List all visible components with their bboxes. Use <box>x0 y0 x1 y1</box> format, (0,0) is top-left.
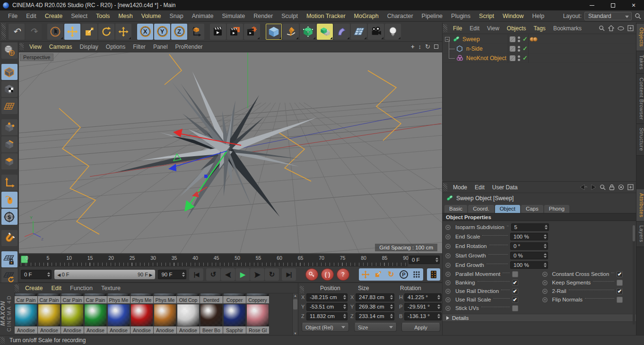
checkbox[interactable]: ✔ <box>512 271 518 277</box>
panel-tab[interactable]: Takes <box>636 51 644 74</box>
material-tile[interactable]: Beer Bo <box>200 304 223 334</box>
details-expander[interactable]: Details <box>443 314 636 322</box>
attribute-tab[interactable]: Phong <box>544 205 569 213</box>
rotation-p-field[interactable]: -29.591 ° <box>404 303 442 311</box>
material-tile[interactable]: Car Pain <box>15 293 37 303</box>
rotate-tool-button[interactable] <box>98 24 114 40</box>
add-panel-icon[interactable] <box>627 184 634 190</box>
dolly-view-icon[interactable]: ↕ <box>418 43 422 50</box>
attribute-value-field[interactable]: 100 % <box>510 233 548 240</box>
checkbox[interactable]: ✔ <box>617 288 623 294</box>
render-picture-viewer-button[interactable] <box>227 24 243 40</box>
viewport-menu-item[interactable]: Options <box>102 44 129 50</box>
coords-mode-dropdown[interactable]: Object (Rel) <box>302 323 349 332</box>
goto-start-button[interactable]: |◀ <box>189 268 203 281</box>
viewport-menu-item[interactable]: Filter <box>129 44 149 50</box>
checkbox[interactable]: ✔ <box>617 280 623 286</box>
preview-range-slider[interactable]: ◀ 0 F 90 F ▶ <box>54 270 155 279</box>
material-grip[interactable] <box>15 284 19 292</box>
keyframe-dot-icon[interactable] <box>445 225 451 230</box>
history-back-icon[interactable] <box>580 184 588 190</box>
coords-grip[interactable] <box>300 286 304 293</box>
viewport-menu-item[interactable]: Display <box>76 44 102 50</box>
menu-item[interactable]: Simulate <box>218 13 250 19</box>
panel-tab[interactable]: Layers <box>636 221 644 247</box>
goto-end-button[interactable]: ▶| <box>282 268 296 281</box>
object-manager-menu-item[interactable]: Bookmarks <box>549 25 585 32</box>
material-tile[interactable]: Sapphir <box>223 304 246 334</box>
viewport-canvas[interactable]: YZ Perspective Grid Spacing : 100 cm <box>19 52 442 253</box>
subdivision-surface-button[interactable] <box>300 24 316 40</box>
menu-item[interactable]: Sculpt <box>277 13 302 19</box>
keyframe-dot-icon[interactable] <box>445 272 451 277</box>
menu-item[interactable]: Script <box>475 13 498 19</box>
attribute-menu-item[interactable]: User Data <box>488 184 522 191</box>
attribute-tab[interactable]: Caps <box>521 205 543 213</box>
undo-button[interactable]: ↶ <box>9 24 25 40</box>
menu-item[interactable]: Animate <box>188 13 218 19</box>
target-icon[interactable] <box>618 184 624 190</box>
keyframe-dot-icon[interactable] <box>445 253 451 258</box>
enable-axis-button[interactable] <box>1 175 17 191</box>
scroll-thumb[interactable] <box>633 225 635 241</box>
keyframe-dot-icon[interactable] <box>445 234 451 239</box>
keyframe-dot-icon[interactable] <box>445 280 451 285</box>
attribute-menu-item[interactable]: Edit <box>471 184 488 191</box>
autokey-button[interactable]: ( ) <box>321 268 334 281</box>
object-row-sweep[interactable]: − Sweep ✓ <box>443 35 636 44</box>
object-manager-grip[interactable] <box>443 24 447 32</box>
attribute-tab[interactable]: Coord. <box>468 205 494 213</box>
texture-mode-button[interactable] <box>1 81 17 97</box>
menu-item[interactable]: Pipeline <box>418 13 447 19</box>
position-z-field[interactable]: 11.832 cm <box>306 312 348 320</box>
apply-button[interactable]: Apply <box>401 323 440 332</box>
light-button[interactable] <box>385 24 401 40</box>
keyframe-dot-icon[interactable] <box>445 244 451 249</box>
enabled-check[interactable]: ✓ <box>522 54 528 62</box>
material-tile[interactable]: Car Pain <box>61 293 84 303</box>
viewport-menu-item[interactable]: Cameras <box>45 44 76 50</box>
material-tile[interactable]: Anodise <box>131 304 153 334</box>
keyframe-dot-icon[interactable] <box>445 306 451 311</box>
visibility-dots[interactable] <box>518 46 520 52</box>
menu-item[interactable]: Select <box>67 13 92 19</box>
layer-square[interactable] <box>510 36 515 42</box>
keyframe-dot-icon[interactable] <box>542 272 548 277</box>
material-tile[interactable]: Phys Me <box>154 293 176 303</box>
move-tool-button[interactable] <box>64 24 80 40</box>
snap-button[interactable] <box>1 230 17 246</box>
material-tile[interactable]: Rose Gl <box>246 304 269 334</box>
minimize-button[interactable] <box>582 0 602 10</box>
redo-button[interactable]: ↷ <box>26 24 42 40</box>
coordinate-system-button[interactable] <box>188 24 204 40</box>
maximize-button[interactable] <box>602 0 623 10</box>
key-scale-toggle[interactable] <box>372 269 384 280</box>
deformers-button[interactable] <box>334 24 350 40</box>
timeline-ruler[interactable]: 051015202530354045505560657075808590 <box>19 254 408 266</box>
viewport-menu-item[interactable]: View <box>26 44 45 50</box>
toggle-view-icon[interactable] <box>434 44 438 49</box>
material-tile[interactable]: Dented <box>200 293 223 303</box>
add-panel-icon[interactable] <box>627 25 634 31</box>
material-tile[interactable]: Anodise <box>61 304 84 334</box>
search-icon[interactable] <box>600 184 606 190</box>
status-grip[interactable] <box>0 337 5 344</box>
object-tags[interactable] <box>530 36 536 43</box>
attribute-tab[interactable]: Basic <box>444 205 467 213</box>
end-frame-field[interactable]: 90 F <box>158 270 186 279</box>
position-y-field[interactable]: -53.51 cm <box>306 303 348 311</box>
attribute-value-field[interactable]: 0 ° <box>510 242 548 250</box>
layer-square[interactable] <box>510 55 515 61</box>
key-rotation-toggle[interactable]: ↻ <box>385 269 397 280</box>
add-cube-button[interactable] <box>266 24 282 40</box>
workplane-lock-button[interactable] <box>1 251 17 267</box>
render-settings-button[interactable] <box>244 24 260 40</box>
object-row-neoknot[interactable]: NeoKnot Object ✓ <box>443 53 636 63</box>
keyframe-dot-icon[interactable] <box>445 263 451 268</box>
menu-item[interactable]: File <box>4 13 22 19</box>
tweak-mode-button[interactable] <box>1 192 17 208</box>
menu-item[interactable]: Plugins <box>447 13 475 19</box>
y-axis-lock-button[interactable]: Y <box>154 24 170 40</box>
play-button[interactable]: ▶ <box>235 268 250 281</box>
enabled-check[interactable]: ✓ <box>522 45 528 52</box>
